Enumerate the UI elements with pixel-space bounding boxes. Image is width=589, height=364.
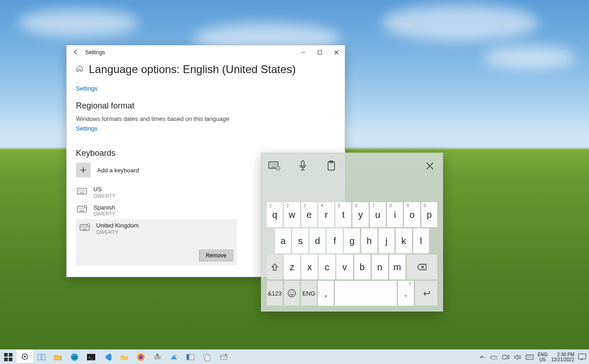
keyboard-layout: QWERTY [96,229,139,235]
svg-point-19 [87,224,90,227]
key-d[interactable]: d [310,228,325,253]
key-r[interactable]: 4r [318,202,334,227]
home-icon[interactable] [76,65,83,74]
tray-keyboard-icon[interactable] [525,353,534,361]
key-backspace[interactable] [407,255,437,279]
onscreen-keyboard[interactable]: 1q2w3e4r5t6y7u8i9o0p asdfghjkl zxcvbnm &… [261,153,443,312]
clock-date: 12/21/2022 [551,357,574,362]
add-keyboard-button[interactable] [76,163,91,177]
window-controls [295,46,345,59]
lang-line1: ENG [537,352,548,357]
maximize-button[interactable] [312,46,328,59]
keyboard-icon [77,205,87,215]
taskbar-edge-icon[interactable] [66,350,83,364]
keyboard-name: United Kingdom [96,222,139,229]
close-keyboard-button[interactable] [423,159,436,172]
minimize-button[interactable] [295,46,312,59]
key-p[interactable]: 0p [422,202,437,227]
taskbar-app-icon-1[interactable] [149,350,166,364]
key-n[interactable]: n [372,255,388,279]
back-button[interactable] [67,49,85,57]
svg-point-36 [290,292,291,293]
key-period[interactable]: .? [398,281,414,306]
key-enter[interactable] [415,281,437,306]
key-o[interactable]: 9o [404,202,420,227]
key-f[interactable]: f [327,228,342,253]
key-i[interactable]: 8i [387,202,403,227]
svg-rect-45 [42,354,45,360]
key-w[interactable]: 2w [284,202,300,227]
taskbar-file-explorer-icon[interactable] [50,350,66,364]
key-q[interactable]: 1q [267,202,283,227]
svg-point-53 [175,354,177,356]
taskbar-vscode-icon[interactable] [99,350,116,364]
clipboard-icon[interactable] [325,159,338,172]
titlebar[interactable]: Settings [67,46,345,59]
start-button[interactable] [0,350,17,364]
key-l[interactable]: l [413,228,429,253]
svg-point-14 [85,205,87,208]
lang-line2: US [537,357,548,362]
taskbar-task-view-icon[interactable] [33,350,50,364]
svg-rect-62 [526,355,533,359]
key-emoji[interactable] [284,281,300,306]
tray-volume-icon[interactable] [514,353,522,361]
language-indicator[interactable]: ENG US [537,352,548,362]
svg-point-37 [293,292,294,293]
key-t[interactable]: 5t [335,202,351,227]
svg-point-35 [288,290,295,297]
svg-point-50 [139,355,143,359]
key-j[interactable]: j [379,228,394,253]
key-h[interactable]: h [361,228,377,253]
key-g[interactable]: g [344,228,360,253]
keyboard-item-uk-selected[interactable]: United Kingdom QWERTY Remove [76,219,237,265]
svg-rect-41 [9,358,12,361]
key-language[interactable]: ENG [301,281,317,306]
remove-keyboard-button[interactable]: Remove [199,250,233,262]
key-z[interactable]: z [284,255,300,279]
key-comma[interactable]: , [318,281,334,306]
taskbar-app-icon-5[interactable] [215,350,232,364]
key-space[interactable] [335,281,397,306]
key-c[interactable]: c [319,255,335,279]
cloud-decoration [382,5,538,41]
svg-rect-38 [4,353,8,357]
taskbar-settings-icon[interactable] [17,350,33,364]
taskbar-firefox-icon[interactable] [133,350,149,364]
svg-rect-39 [9,353,12,357]
key-symbols[interactable]: &123 [267,281,283,306]
taskbar-app-icon-2[interactable] [166,350,182,364]
action-center-icon[interactable] [578,353,586,361]
key-shift[interactable] [267,255,283,279]
key-s[interactable]: s [292,228,308,253]
taskbar-clock[interactable]: 2:36 PM 12/21/2022 [551,352,574,362]
microphone-icon[interactable] [296,159,309,172]
keyboard-icon [77,187,87,197]
taskbar-app-icon-3[interactable] [182,350,199,364]
taskbar-app-icon-4[interactable] [199,350,215,364]
taskbar-folder-icon[interactable] [116,350,133,364]
settings-link-top[interactable]: Settings [76,85,98,92]
key-e[interactable]: 3e [301,202,317,227]
close-button[interactable] [328,46,345,59]
key-u[interactable]: 7u [370,202,386,227]
svg-rect-40 [4,358,8,361]
taskbar: >_ [0,349,589,364]
tray-onedrive-icon[interactable] [490,353,498,361]
add-keyboard-label: Add a keyboard [97,167,139,174]
regional-settings-link[interactable]: Settings [76,125,98,132]
key-x[interactable]: x [301,255,318,279]
window-title: Settings [85,49,295,56]
key-a[interactable]: a [275,228,291,253]
key-k[interactable]: k [396,228,411,253]
tray-meet-now-icon[interactable] [502,353,510,361]
svg-rect-26 [301,161,304,166]
keyboard-name: US [93,186,115,193]
tray-chevron-icon[interactable] [478,353,486,361]
key-m[interactable]: m [389,255,405,279]
key-y[interactable]: 6y [352,202,368,227]
key-v[interactable]: v [336,255,352,279]
key-b[interactable]: b [354,255,370,279]
taskbar-terminal-icon[interactable]: >_ [83,350,99,364]
keyboard-settings-icon[interactable] [268,159,281,172]
